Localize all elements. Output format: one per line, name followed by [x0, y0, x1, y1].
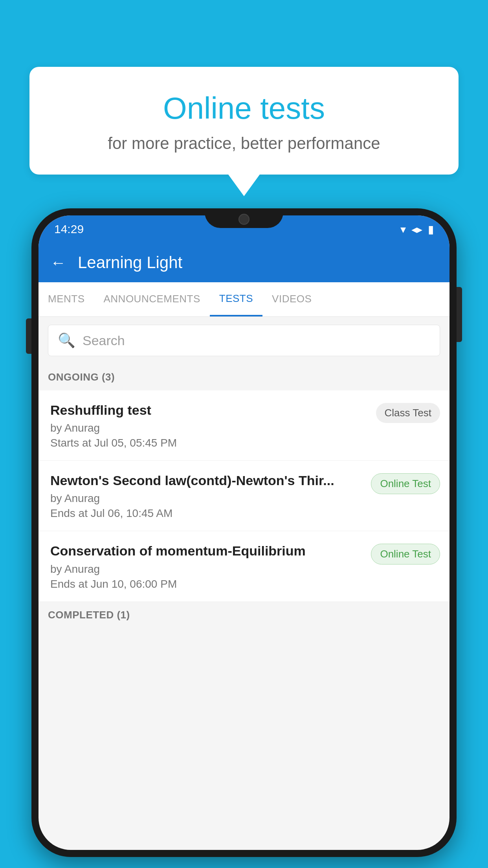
- test-info-1: Reshuffling test by Anurag Starts at Jul…: [50, 401, 368, 449]
- speech-bubble-container: Online tests for more practice, better p…: [29, 67, 459, 196]
- speech-bubble: Online tests for more practice, better p…: [29, 67, 459, 175]
- test-badge-3: Online Test: [371, 544, 440, 565]
- search-box[interactable]: 🔍 Search: [48, 325, 440, 356]
- back-button[interactable]: ←: [50, 254, 66, 272]
- phone-outer: 14:29 ▾ ◂▸ ▮ ← Learning Light MENTS ANNO…: [31, 208, 457, 857]
- test-badge-1: Class Test: [376, 403, 440, 423]
- test-author-2: by Anurag: [50, 492, 363, 505]
- test-title-1: Reshuffling test: [50, 401, 368, 419]
- bubble-subtitle: for more practice, better performance: [61, 134, 427, 153]
- camera: [238, 214, 250, 225]
- tab-videos[interactable]: VIDEOS: [262, 282, 321, 316]
- battery-icon: ▮: [428, 223, 434, 236]
- test-author-1: by Anurag: [50, 422, 368, 434]
- status-icons: ▾ ◂▸ ▮: [400, 223, 434, 236]
- phone-wrapper: 14:29 ▾ ◂▸ ▮ ← Learning Light MENTS ANNO…: [31, 208, 457, 857]
- test-item-2[interactable]: Newton's Second law(contd)-Newton's Thir…: [39, 461, 449, 531]
- search-placeholder: Search: [83, 333, 125, 348]
- app-bar-title: Learning Light: [78, 253, 182, 272]
- app-bar: ← Learning Light: [39, 243, 449, 282]
- phone-notch: [205, 208, 283, 228]
- tab-announcements[interactable]: ANNOUNCEMENTS: [94, 282, 210, 316]
- test-time-2: Ends at Jul 06, 10:45 AM: [50, 507, 363, 520]
- phone-screen: 14:29 ▾ ◂▸ ▮ ← Learning Light MENTS ANNO…: [39, 215, 449, 850]
- completed-section-header: COMPLETED (1): [39, 602, 449, 628]
- test-list: Reshuffling test by Anurag Starts at Jul…: [39, 390, 449, 602]
- search-icon: 🔍: [58, 332, 75, 349]
- test-item-3[interactable]: Conservation of momentum-Equilibrium by …: [39, 531, 449, 601]
- speech-bubble-tail: [228, 175, 260, 196]
- test-title-3: Conservation of momentum-Equilibrium: [50, 542, 363, 559]
- test-author-3: by Anurag: [50, 563, 363, 576]
- test-info-2: Newton's Second law(contd)-Newton's Thir…: [50, 472, 363, 520]
- ongoing-section-header: ONGOING (3): [39, 364, 449, 390]
- signal-icon: ◂▸: [411, 223, 422, 236]
- bubble-title: Online tests: [61, 90, 427, 126]
- wifi-icon: ▾: [400, 223, 406, 236]
- tabs-bar: MENTS ANNOUNCEMENTS TESTS VIDEOS: [39, 282, 449, 317]
- test-item-1[interactable]: Reshuffling test by Anurag Starts at Jul…: [39, 390, 449, 461]
- tab-ments[interactable]: MENTS: [39, 282, 94, 316]
- search-container: 🔍 Search: [39, 317, 449, 364]
- test-title-2: Newton's Second law(contd)-Newton's Thir…: [50, 472, 363, 489]
- test-time-3: Ends at Jun 10, 06:00 PM: [50, 578, 363, 590]
- tab-tests[interactable]: TESTS: [210, 282, 262, 316]
- test-time-1: Starts at Jul 05, 05:45 PM: [50, 437, 368, 449]
- test-badge-2: Online Test: [371, 473, 440, 494]
- test-info-3: Conservation of momentum-Equilibrium by …: [50, 542, 363, 590]
- status-time: 14:29: [54, 223, 84, 236]
